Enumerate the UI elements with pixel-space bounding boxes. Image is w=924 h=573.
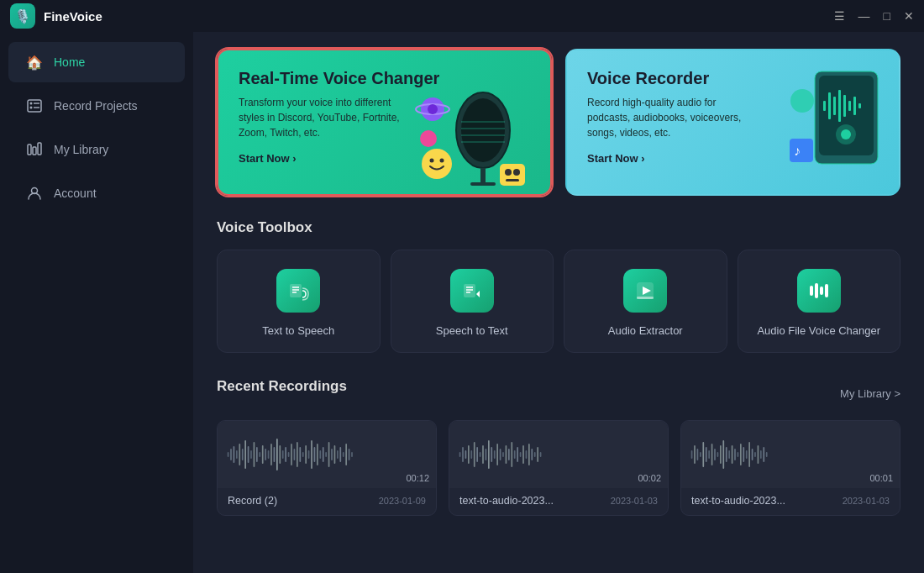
recording-info-2: text-to-audio-2023... 2023-01-03 [681,488,900,515]
svg-rect-153 [748,442,750,467]
svg-rect-96 [331,449,333,460]
my-library-link[interactable]: My Library > [840,387,900,400]
svg-rect-138 [706,447,707,462]
svg-rect-34 [838,90,841,122]
svg-rect-74 [268,450,270,459]
svg-rect-93 [323,447,324,462]
svg-rect-98 [337,450,339,459]
svg-rect-142 [717,452,719,457]
svg-rect-119 [502,452,504,457]
recording-card-1[interactable]: 00:02 text-to-audio-2023... 2023-01-03 [449,420,669,516]
svg-rect-158 [763,447,764,462]
svg-rect-140 [711,444,713,465]
svg-rect-49 [464,284,475,297]
voice-recorder-illustration: ♪ 🎙️ [739,55,890,193]
svg-rect-84 [297,442,298,467]
voice-changer-card[interactable]: Real-Time Voice Changer Transform your v… [217,49,552,196]
svg-rect-159 [766,452,768,457]
svg-rect-100 [343,452,344,457]
recording-card-0[interactable]: 00:12 Record (2) 2023-01-09 [217,420,437,516]
svg-rect-35 [843,95,846,117]
menu-icon[interactable]: ☰ [834,10,845,22]
duration-2: 00:01 [869,473,893,483]
svg-rect-129 [531,449,533,460]
svg-rect-72 [262,445,264,464]
svg-rect-147 [732,445,733,464]
svg-point-24 [505,169,512,176]
recent-recordings-title: Recent Recordings [217,378,347,395]
svg-rect-94 [325,452,327,457]
svg-rect-101 [345,444,347,465]
voice-recorder-card[interactable]: Voice Recorder Record high-quality audio… [565,49,900,196]
svg-point-40 [841,129,851,139]
maximize-button[interactable]: □ [884,10,890,22]
svg-rect-104 [459,452,461,457]
recording-card-2[interactable]: 00:01 text-to-audio-2023... 2023-01-03 [680,420,900,516]
svg-rect-63 [236,450,238,459]
sidebar-item-record-projects[interactable]: Record Projects [8,86,185,126]
recent-recordings-header: Recent Recordings My Library > [217,378,900,408]
recording-name-0: Record (2) [228,495,277,507]
svg-rect-108 [470,450,472,459]
svg-rect-75 [270,444,272,465]
svg-rect-123 [514,450,516,459]
svg-rect-55 [637,297,654,299]
svg-rect-112 [482,445,484,464]
afvc-label: Audio File Voice Changer [757,324,880,337]
svg-rect-60 [228,452,229,457]
svg-rect-82 [291,444,292,465]
svg-rect-79 [282,450,284,459]
svg-point-10 [461,98,505,162]
minimize-button[interactable]: — [858,10,870,22]
svg-rect-128 [528,444,530,465]
voice-changer-desc: Transform your voice into different styl… [239,95,407,140]
sidebar-item-my-library[interactable]: My Library [8,129,185,170]
svg-rect-73 [265,449,266,460]
close-button[interactable]: ✕ [904,10,914,22]
svg-rect-80 [285,447,286,462]
sidebar-label-my-library: My Library [54,143,108,156]
svg-rect-66 [244,440,246,469]
svg-rect-149 [738,452,739,457]
svg-rect-146 [728,450,730,459]
svg-rect-116 [494,450,496,459]
sidebar: 🏠 Home Record Projects [0,32,193,573]
svg-rect-107 [468,445,470,464]
svg-rect-135 [697,449,699,460]
record-projects-icon [25,97,44,115]
tool-card-tts[interactable]: Text to Speech [217,250,381,353]
svg-rect-61 [230,449,232,460]
svg-rect-137 [702,442,704,467]
sidebar-item-home[interactable]: 🏠 Home [8,42,185,82]
svg-rect-86 [302,452,304,457]
svg-point-22 [428,104,438,114]
ae-label: Audio Extractor [608,324,683,337]
svg-rect-122 [511,442,512,467]
svg-rect-144 [722,440,724,469]
svg-rect-95 [328,442,330,467]
svg-point-27 [420,130,437,147]
svg-rect-0 [28,100,41,112]
svg-rect-70 [256,447,258,462]
svg-rect-6 [33,147,36,155]
tool-card-afvc[interactable]: Audio File Voice Changer [738,250,901,353]
duration-1: 00:02 [638,473,661,483]
svg-rect-71 [259,452,260,457]
svg-rect-127 [526,450,528,459]
tool-card-ae[interactable]: Audio Extractor [564,250,727,353]
tool-card-stt[interactable]: Speech to Text [391,250,554,353]
svg-rect-38 [858,103,861,108]
svg-rect-133 [691,450,693,459]
main-layout: 🏠 Home Record Projects [0,32,924,573]
svg-rect-141 [714,449,716,460]
svg-rect-125 [520,452,522,457]
waveform-area-1: 00:02 [449,421,668,488]
svg-rect-65 [242,449,244,460]
recording-date-1: 2023-01-03 [611,496,658,506]
svg-rect-150 [740,444,742,465]
svg-rect-90 [314,447,316,462]
duration-0: 00:12 [406,473,429,483]
svg-rect-111 [480,452,481,457]
svg-rect-130 [534,452,536,457]
sidebar-item-account[interactable]: Account [8,173,185,213]
